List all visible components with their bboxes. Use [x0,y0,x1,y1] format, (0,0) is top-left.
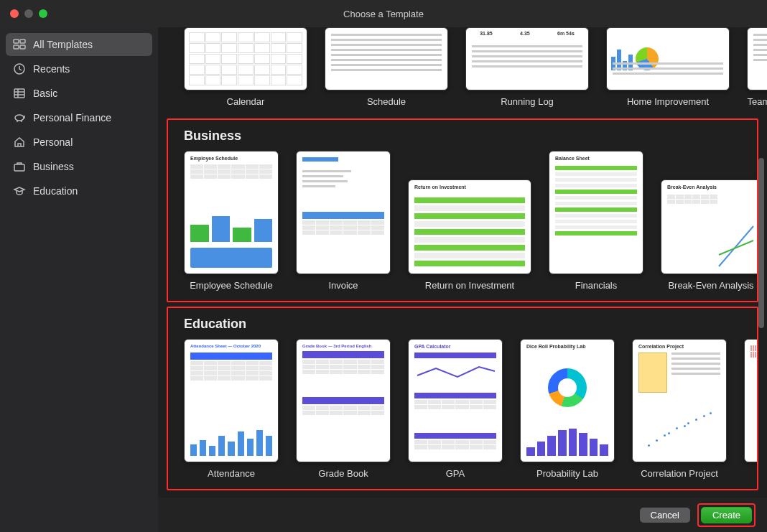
close-window-button[interactable] [10,9,19,18]
sidebar-item-label: Personal Finance [33,112,111,123]
footer: Cancel Create [158,498,767,532]
template-label: Home Improvement [627,96,709,107]
thumb-title: Employee Schedule [190,156,238,161]
template-label: Grade Book [318,468,368,479]
sidebar-item-label: Business [33,161,74,172]
section-title-business: Business [168,129,757,151]
svg-rect-5 [14,89,24,98]
template-attendance[interactable]: Attendance Sheet — October 2020 Attendan… [184,339,279,479]
template-label: Invoice [328,280,358,291]
template-label: GPA [446,468,465,479]
template-row-business: Employee Schedule Employee Schedule [168,151,757,291]
thumb-title: Correlation Project [638,344,684,349]
sidebar-item-label: Recents [33,63,70,75]
template-thumb [184,27,307,90]
sidebar-item-label: All Templates [33,39,93,50]
sidebar-item-education[interactable]: Education [6,179,152,202]
graduation-cap-icon [13,185,26,197]
thumb-title: GPA Calculator [414,344,451,349]
scrollbar[interactable] [758,42,766,489]
cancel-button[interactable]: Cancel [640,508,690,523]
template-gpa[interactable]: GPA Calculator GPA [408,339,503,479]
minimize-window-button[interactable] [24,9,33,18]
running-stat: 4.35 [520,31,530,36]
sidebar-item-business[interactable]: Business [6,155,152,178]
template-home-improvement[interactable]: Home Improvement [606,27,730,107]
template-thumb: Break-Even Analysis [661,179,757,274]
template-chooser-window: Choose a Template All Templates Recents … [0,0,767,532]
template-grade-book[interactable]: Grade Book — 3rd Period English Grade Bo… [296,339,391,479]
template-row-education: Attendance Sheet — October 2020 Attendan… [168,339,757,479]
svg-rect-1 [20,39,25,43]
sidebar: All Templates Recents Basic Personal Fin… [0,27,158,532]
template-running-log[interactable]: 31.85 4.35 6m 54s Running Log [465,27,589,107]
template-thumb: 31.85 4.35 6m 54s [465,27,589,90]
template-label: Break-Even Analysis [668,280,753,291]
zoom-window-button[interactable] [39,9,47,18]
body: All Templates Recents Basic Personal Fin… [0,27,767,532]
template-employee-schedule[interactable]: Employee Schedule Employee Schedule [184,151,279,291]
sidebar-item-label: Basic [33,88,57,99]
template-thumb [325,27,448,90]
template-financials[interactable]: Balance Sheet Financials [549,151,643,291]
template-thumb: Attendance Sheet — October 2020 [184,339,279,462]
template-thumb [744,339,757,462]
template-thumb: Grade Book — 3rd Period English [296,339,391,462]
sidebar-item-all-templates[interactable]: All Templates [6,33,152,56]
titlebar: Choose a Template [0,0,767,27]
main-panel: Calendar Schedule 31.85 4.35 [158,27,767,532]
template-label: Calendar [227,96,265,107]
sidebar-item-personal-finance[interactable]: Personal Finance [6,106,152,129]
template-return-on-investment[interactable]: Return on Investment Return on Investmen… [408,179,531,291]
briefcase-icon [13,160,26,173]
template-label: Employee Schedule [190,280,273,291]
template-label: Schedule [367,96,406,107]
scrollbar-thumb[interactable] [758,158,764,328]
sidebar-item-personal[interactable]: Personal [6,131,152,154]
template-invoice[interactable]: Invoice [296,151,391,291]
sidebar-item-label: Education [33,185,78,197]
sidebar-item-basic[interactable]: Basic [6,82,152,105]
template-label: Correlation Project [641,468,718,479]
template-probability-lab[interactable]: Dice Roll Probability Lab Probability La… [520,339,615,479]
template-thumb [606,27,730,90]
template-thumb: Correlation Project [632,339,727,462]
piggy-bank-icon [13,111,26,124]
section-business: Business Employee Schedule E [167,118,758,302]
template-thumb [296,151,391,274]
thumb-title: Grade Book — 3rd Period English [302,344,371,348]
sidebar-item-recents[interactable]: Recents [6,57,152,80]
svg-rect-0 [14,39,19,43]
clock-icon [13,62,26,75]
thumb-title: Dice Roll Probability Lab [526,344,585,349]
template-label: Probability Lab [536,468,598,479]
template-correlation-project[interactable]: Correlation Project Correlation Project [632,339,727,479]
template-label: Return on Investment [425,280,514,291]
template-thumb: Dice Roll Probability Lab [520,339,615,462]
spreadsheet-icon [13,87,26,100]
template-thumb: Employee Schedule [184,151,279,274]
template-break-even-analysis[interactable]: Break-Even Analysis Break-Even Analysis [661,179,757,291]
template-thumb: GPA Calculator [408,339,503,462]
running-stat: 6m 54s [557,31,575,36]
template-label: Running Log [501,96,554,107]
running-stat: 31.85 [480,31,493,36]
template-row-partial: Calendar Schedule 31.85 4.35 [158,27,767,114]
create-button-highlight: Create [697,503,756,527]
thumb-title: Balance Sheet [555,156,590,161]
create-button[interactable]: Create [701,507,752,523]
template-education-extra[interactable] [744,339,757,479]
template-label: Financials [575,280,618,291]
section-education: Education Attendance Sheet — October 202… [167,307,758,490]
template-schedule[interactable]: Schedule [325,27,448,107]
thumb-title: Attendance Sheet — October 2020 [190,344,261,348]
traffic-lights [0,9,158,18]
template-scroll-area[interactable]: Calendar Schedule 31.85 4.35 [158,27,767,498]
svg-rect-3 [20,45,25,49]
thumb-title: Return on Investment [414,185,466,190]
home-icon [13,136,26,149]
section-title-education: Education [168,317,757,339]
window-title: Choose a Template [343,9,424,19]
template-calendar[interactable]: Calendar [184,27,307,107]
template-thumb: Return on Investment [408,179,531,274]
